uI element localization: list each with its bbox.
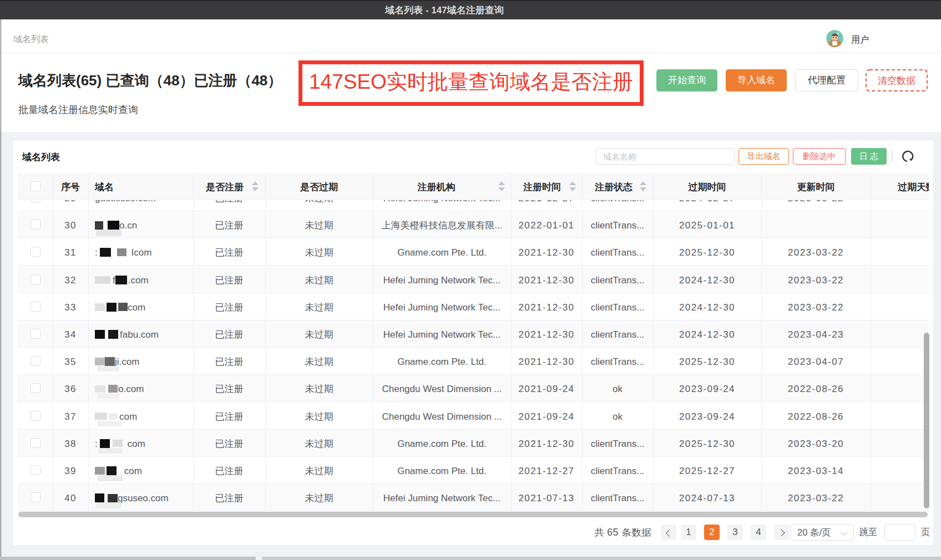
svg-text:清空数据: 清空数据 bbox=[878, 75, 915, 86]
